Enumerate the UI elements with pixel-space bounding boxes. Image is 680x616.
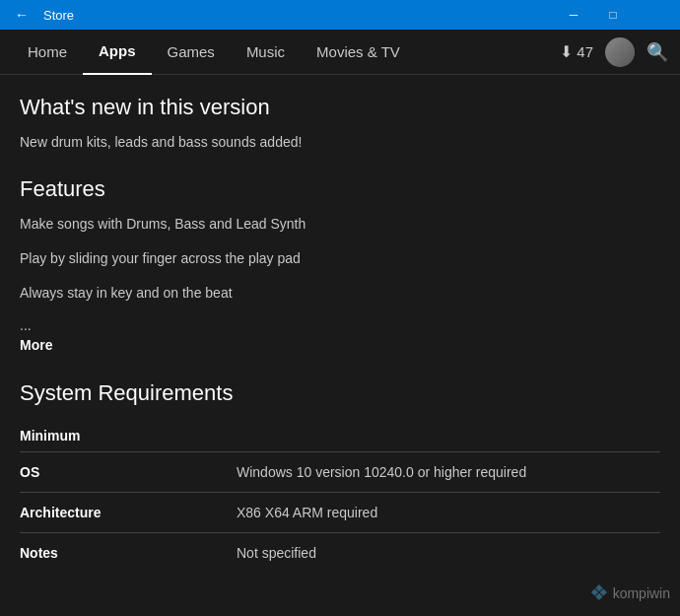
download-icon: ⬇ bbox=[560, 42, 573, 61]
nav-games[interactable]: Games bbox=[152, 30, 231, 75]
sysreq-table: Minimum OS Windows 10 version 10240.0 or… bbox=[20, 420, 660, 573]
titlebar-title: Store bbox=[43, 8, 74, 23]
download-count: 47 bbox=[577, 43, 593, 60]
restore-button[interactable]: □ bbox=[593, 0, 633, 30]
table-row: OS Windows 10 version 10240.0 or higher … bbox=[20, 452, 660, 493]
feature-item-1: Make songs with Drums, Bass and Lead Syn… bbox=[20, 214, 660, 235]
navbar-right: ⬇ 47 🔍 bbox=[560, 37, 668, 67]
os-label: OS bbox=[20, 452, 237, 493]
features-section: Features Make songs with Drums, Bass and… bbox=[20, 176, 660, 353]
whats-new-title: What's new in this version bbox=[20, 95, 660, 120]
system-requirements-section: System Requirements Minimum OS Windows 1… bbox=[20, 380, 660, 573]
nav-home[interactable]: Home bbox=[12, 30, 83, 75]
titlebar-controls: ─ □ bbox=[554, 0, 672, 30]
whats-new-description: New drum kits, leads and bass sounds add… bbox=[20, 132, 660, 153]
minimize-button[interactable]: ─ bbox=[554, 0, 593, 30]
ellipsis-text: ... bbox=[20, 317, 660, 333]
whats-new-section: What's new in this version New drum kits… bbox=[20, 95, 660, 153]
os-value: Windows 10 version 10240.0 or higher req… bbox=[237, 452, 660, 493]
table-row: Architecture X86 X64 ARM required bbox=[20, 493, 660, 533]
back-button[interactable]: ← bbox=[8, 1, 35, 29]
nav-movies-tv[interactable]: Movies & TV bbox=[301, 30, 416, 75]
search-button[interactable]: 🔍 bbox=[646, 41, 668, 63]
feature-item-2: Play by sliding your finger across the p… bbox=[20, 248, 660, 269]
watermark: ❖ kompiwin bbox=[589, 581, 670, 606]
minimum-header: Minimum bbox=[20, 420, 660, 452]
watermark-icon: ❖ bbox=[589, 581, 609, 606]
navbar: Home Apps Games Music Movies & TV ⬇ 47 🔍 bbox=[0, 30, 680, 75]
close-button[interactable] bbox=[633, 0, 672, 30]
sysreq-title: System Requirements bbox=[20, 380, 660, 406]
download-badge[interactable]: ⬇ 47 bbox=[560, 42, 593, 61]
avatar-image bbox=[605, 37, 635, 67]
nav-music[interactable]: Music bbox=[231, 30, 301, 75]
architecture-value: X86 X64 ARM required bbox=[237, 493, 660, 533]
titlebar-left: ← Store bbox=[8, 1, 74, 29]
titlebar: ← Store ─ □ bbox=[0, 0, 680, 30]
main-content: What's new in this version New drum kits… bbox=[0, 75, 680, 616]
nav-items: Home Apps Games Music Movies & TV bbox=[12, 30, 416, 75]
watermark-text: kompiwin bbox=[613, 585, 670, 601]
features-title: Features bbox=[20, 176, 660, 202]
architecture-label: Architecture bbox=[20, 493, 237, 533]
notes-value: Not specified bbox=[237, 533, 660, 574]
nav-apps[interactable]: Apps bbox=[83, 30, 152, 75]
table-row: Notes Not specified bbox=[20, 533, 660, 574]
more-link[interactable]: More bbox=[20, 337, 660, 353]
notes-label: Notes bbox=[20, 533, 237, 574]
feature-item-3: Always stay in key and on the beat bbox=[20, 283, 660, 304]
user-avatar[interactable] bbox=[605, 37, 635, 67]
